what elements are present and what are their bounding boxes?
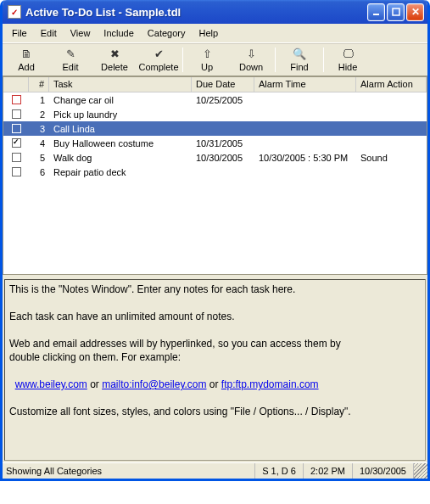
hide-button[interactable]: 🖵Hide bbox=[326, 45, 370, 75]
task-number: 4 bbox=[29, 138, 49, 148]
task-number: 6 bbox=[29, 167, 49, 177]
header-alarm-action[interactable]: Alarm Action bbox=[356, 77, 427, 92]
status-left: Showing All Categories bbox=[3, 463, 254, 479]
task-due-date: 10/31/2005 bbox=[192, 138, 254, 148]
task-due-date: 10/30/2005 bbox=[192, 153, 254, 163]
add-button[interactable]: 🗎Add bbox=[4, 45, 48, 75]
close-button[interactable]: ✕ bbox=[406, 3, 424, 21]
menu-file[interactable]: File bbox=[6, 26, 33, 40]
task-checkbox[interactable] bbox=[12, 153, 21, 162]
task-name: Buy Halloween costume bbox=[49, 138, 192, 148]
find-button[interactable]: 🔍Find bbox=[277, 45, 321, 75]
notes-link[interactable]: mailto:info@beiley.com bbox=[102, 378, 206, 390]
separator bbox=[182, 48, 183, 72]
status-time: 2:02 PM bbox=[303, 463, 352, 479]
task-row[interactable]: 4Buy Halloween costume10/31/2005 bbox=[3, 136, 427, 150]
app-window: ✓ Active To-Do List - Sample.tdl ✕ File … bbox=[0, 0, 430, 481]
svg-rect-1 bbox=[393, 8, 399, 15]
down-button[interactable]: ⇩Down bbox=[229, 45, 273, 75]
task-due-date: 10/25/2005 bbox=[192, 95, 254, 105]
separator bbox=[323, 48, 324, 72]
task-row[interactable]: 6Repair patio deck bbox=[3, 165, 427, 179]
task-checkbox[interactable] bbox=[12, 124, 21, 133]
header-task[interactable]: Task bbox=[49, 77, 192, 92]
toolbar: 🗎Add ✎Edit ✖Delete ✔Complete ⇧Up ⇩Down 🔍… bbox=[3, 43, 427, 76]
header-due-date[interactable]: Due Date bbox=[192, 77, 254, 92]
x-icon: ✖ bbox=[110, 47, 120, 60]
task-name: Change car oil bbox=[49, 95, 192, 105]
menu-include[interactable]: Include bbox=[98, 26, 139, 40]
task-checkbox[interactable] bbox=[12, 95, 21, 104]
task-row[interactable]: 3Call Linda bbox=[3, 121, 427, 136]
minimize-button[interactable] bbox=[367, 3, 385, 21]
task-number: 2 bbox=[29, 109, 49, 120]
task-name: Pick up laundry bbox=[49, 109, 192, 120]
task-checkbox[interactable] bbox=[12, 167, 21, 176]
complete-button[interactable]: ✔Complete bbox=[137, 45, 181, 75]
task-number: 5 bbox=[29, 153, 49, 163]
notes-link[interactable]: ftp:ftp.mydomain.com bbox=[221, 378, 319, 390]
menu-category[interactable]: Category bbox=[142, 26, 192, 40]
notes-panel[interactable]: This is the "Notes Window". Enter any no… bbox=[4, 279, 426, 461]
task-alarm-time: 10/30/2005 : 5:30 PM bbox=[254, 153, 356, 163]
task-row[interactable]: 5Walk dog10/30/200510/30/2005 : 5:30 PMS… bbox=[3, 150, 427, 165]
header-alarm-time[interactable]: Alarm Time bbox=[254, 77, 356, 92]
menu-help[interactable]: Help bbox=[193, 26, 224, 40]
task-rows: 1Change car oil10/25/20052Pick up laundr… bbox=[3, 92, 427, 179]
edit-button[interactable]: ✎Edit bbox=[48, 45, 92, 75]
task-number: 1 bbox=[29, 95, 49, 105]
header-checkbox[interactable] bbox=[3, 77, 29, 92]
arrow-up-icon: ⇧ bbox=[203, 47, 212, 60]
pencil-icon: ✎ bbox=[66, 47, 75, 60]
notes-line: double clicking on them. For example: bbox=[9, 350, 421, 364]
task-number: 3 bbox=[29, 124, 49, 134]
notes-line: Web and email addresses will by hyperlin… bbox=[9, 337, 421, 350]
task-alarm-action: Sound bbox=[356, 153, 427, 163]
titlebar[interactable]: ✓ Active To-Do List - Sample.tdl ✕ bbox=[3, 0, 427, 24]
task-checkbox[interactable] bbox=[12, 138, 21, 148]
notes-link[interactable]: www.beiley.com bbox=[15, 378, 87, 390]
document-icon: 🗎 bbox=[21, 47, 32, 60]
maximize-button[interactable] bbox=[387, 3, 405, 21]
delete-button[interactable]: ✖Delete bbox=[92, 45, 137, 75]
resize-grip[interactable] bbox=[413, 463, 427, 479]
task-name: Call Linda bbox=[49, 124, 192, 134]
status-count: S 1, D 6 bbox=[254, 463, 303, 479]
column-headers: # Task Due Date Alarm Time Alarm Action bbox=[3, 77, 427, 92]
check-icon: ✔ bbox=[154, 47, 164, 60]
notes-line: Each task can have an unlimited amount o… bbox=[9, 310, 421, 323]
up-button[interactable]: ⇧Up bbox=[185, 45, 229, 75]
window-title: Active To-Do List - Sample.tdl bbox=[25, 6, 367, 19]
svg-rect-0 bbox=[373, 14, 379, 15]
task-row[interactable]: 2Pick up laundry bbox=[3, 107, 427, 121]
notes-line: This is the "Notes Window". Enter any no… bbox=[9, 283, 421, 296]
task-name: Walk dog bbox=[49, 153, 192, 163]
header-number[interactable]: # bbox=[29, 77, 49, 92]
status-date: 10/30/2005 bbox=[352, 463, 413, 479]
app-icon: ✓ bbox=[8, 5, 21, 19]
menu-edit[interactable]: Edit bbox=[35, 26, 63, 40]
notes-line: www.beiley.com or mailto:info@beiley.com… bbox=[9, 378, 421, 391]
menubar: File Edit View Include Category Help bbox=[3, 24, 427, 43]
statusbar: Showing All Categories S 1, D 6 2:02 PM … bbox=[3, 462, 427, 479]
task-list: # Task Due Date Alarm Time Alarm Action … bbox=[3, 76, 427, 275]
notes-line: Customize all font sizes, styles, and co… bbox=[9, 405, 421, 418]
task-row[interactable]: 1Change car oil10/25/2005 bbox=[3, 92, 427, 107]
arrow-down-icon: ⇩ bbox=[247, 47, 256, 60]
binoculars-icon: 🔍 bbox=[293, 47, 306, 60]
separator bbox=[275, 48, 276, 72]
task-name: Repair patio deck bbox=[49, 167, 192, 177]
menu-view[interactable]: View bbox=[64, 26, 97, 40]
monitor-icon: 🖵 bbox=[343, 47, 354, 60]
task-checkbox[interactable] bbox=[12, 109, 21, 119]
